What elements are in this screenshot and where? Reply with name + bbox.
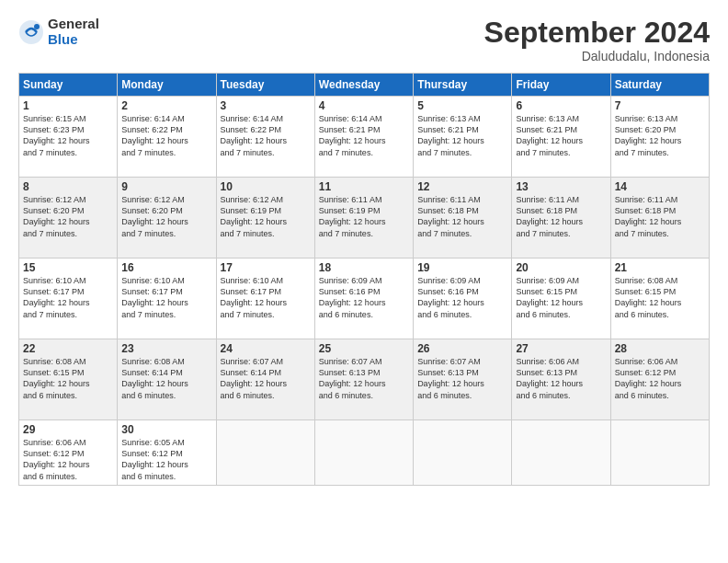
logo-text: General Blue [48, 17, 99, 47]
day-number: 25 [319, 342, 409, 355]
calendar-table: Sunday Monday Tuesday Wednesday Thursday… [18, 73, 710, 486]
calendar-week-3: 15Sunrise: 6:10 AM Sunset: 6:17 PM Dayli… [19, 259, 710, 339]
table-row: 12Sunrise: 6:11 AM Sunset: 6:18 PM Dayli… [414, 178, 512, 259]
col-sunday: Sunday [19, 74, 118, 97]
table-row: 11Sunrise: 6:11 AM Sunset: 6:19 PM Dayli… [314, 178, 413, 259]
col-friday: Friday [512, 74, 610, 97]
day-info: Sunrise: 6:12 AM Sunset: 6:20 PM Dayligh… [121, 194, 211, 239]
day-number: 13 [516, 180, 606, 193]
table-row: 1Sunrise: 6:15 AM Sunset: 6:23 PM Daylig… [19, 97, 118, 178]
day-info: Sunrise: 6:07 AM Sunset: 6:14 PM Dayligh… [221, 356, 311, 401]
day-number: 9 [121, 180, 211, 193]
table-row: 9Sunrise: 6:12 AM Sunset: 6:20 PM Daylig… [118, 178, 216, 259]
svg-point-0 [19, 20, 43, 44]
day-number: 4 [319, 99, 409, 112]
day-info: Sunrise: 6:08 AM Sunset: 6:15 PM Dayligh… [615, 275, 705, 320]
table-row: 10Sunrise: 6:12 AM Sunset: 6:19 PM Dayli… [216, 178, 314, 259]
day-info: Sunrise: 6:06 AM Sunset: 6:13 PM Dayligh… [516, 356, 606, 401]
day-number: 27 [516, 342, 606, 355]
table-row [414, 420, 512, 486]
day-info: Sunrise: 6:11 AM Sunset: 6:18 PM Dayligh… [516, 194, 606, 239]
day-number: 6 [516, 99, 606, 112]
table-row: 18Sunrise: 6:09 AM Sunset: 6:16 PM Dayli… [314, 259, 413, 339]
table-row [610, 420, 709, 486]
table-row: 19Sunrise: 6:09 AM Sunset: 6:16 PM Dayli… [414, 259, 512, 339]
day-info: Sunrise: 6:10 AM Sunset: 6:17 PM Dayligh… [121, 275, 211, 320]
table-row: 3Sunrise: 6:14 AM Sunset: 6:22 PM Daylig… [216, 97, 314, 178]
table-row: 4Sunrise: 6:14 AM Sunset: 6:21 PM Daylig… [314, 97, 413, 178]
table-row: 8Sunrise: 6:12 AM Sunset: 6:20 PM Daylig… [19, 178, 118, 259]
table-row [512, 420, 610, 486]
table-row: 27Sunrise: 6:06 AM Sunset: 6:13 PM Dayli… [512, 339, 610, 420]
day-number: 22 [23, 342, 113, 355]
title-area: September 2024 Dalududalu, Indonesia [484, 17, 710, 63]
calendar-week-4: 22Sunrise: 6:08 AM Sunset: 6:15 PM Dayli… [19, 339, 710, 420]
day-number: 12 [417, 180, 507, 193]
table-row: 15Sunrise: 6:10 AM Sunset: 6:17 PM Dayli… [19, 259, 118, 339]
day-info: Sunrise: 6:08 AM Sunset: 6:15 PM Dayligh… [23, 356, 113, 401]
day-info: Sunrise: 6:14 AM Sunset: 6:21 PM Dayligh… [319, 113, 409, 158]
day-info: Sunrise: 6:12 AM Sunset: 6:20 PM Dayligh… [23, 194, 113, 239]
page-header: General Blue September 2024 Dalududalu, … [18, 17, 710, 63]
day-number: 18 [319, 261, 409, 274]
col-monday: Monday [118, 74, 216, 97]
day-info: Sunrise: 6:11 AM Sunset: 6:19 PM Dayligh… [319, 194, 409, 239]
day-number: 7 [615, 99, 705, 112]
day-number: 23 [121, 342, 211, 355]
logo: General Blue [18, 17, 99, 47]
col-thursday: Thursday [414, 74, 512, 97]
day-info: Sunrise: 6:09 AM Sunset: 6:15 PM Dayligh… [516, 275, 606, 320]
day-number: 8 [23, 180, 113, 193]
calendar-week-1: 1Sunrise: 6:15 AM Sunset: 6:23 PM Daylig… [19, 97, 710, 178]
table-row: 14Sunrise: 6:11 AM Sunset: 6:18 PM Dayli… [610, 178, 709, 259]
day-info: Sunrise: 6:11 AM Sunset: 6:18 PM Dayligh… [417, 194, 507, 239]
logo-general: General [48, 17, 99, 32]
table-row: 24Sunrise: 6:07 AM Sunset: 6:14 PM Dayli… [216, 339, 314, 420]
day-info: Sunrise: 6:14 AM Sunset: 6:22 PM Dayligh… [121, 113, 211, 158]
day-info: Sunrise: 6:08 AM Sunset: 6:14 PM Dayligh… [121, 356, 211, 401]
table-row: 16Sunrise: 6:10 AM Sunset: 6:17 PM Dayli… [118, 259, 216, 339]
svg-point-1 [34, 24, 40, 29]
day-number: 5 [417, 99, 507, 112]
day-info: Sunrise: 6:14 AM Sunset: 6:22 PM Dayligh… [221, 113, 311, 158]
day-info: Sunrise: 6:15 AM Sunset: 6:23 PM Dayligh… [23, 113, 113, 158]
day-number: 2 [121, 99, 211, 112]
day-info: Sunrise: 6:09 AM Sunset: 6:16 PM Dayligh… [319, 275, 409, 320]
day-info: Sunrise: 6:07 AM Sunset: 6:13 PM Dayligh… [319, 356, 409, 401]
day-info: Sunrise: 6:13 AM Sunset: 6:20 PM Dayligh… [615, 113, 705, 158]
day-info: Sunrise: 6:10 AM Sunset: 6:17 PM Dayligh… [23, 275, 113, 320]
day-number: 16 [121, 261, 211, 274]
day-number: 15 [23, 261, 113, 274]
day-info: Sunrise: 6:12 AM Sunset: 6:19 PM Dayligh… [221, 194, 311, 239]
day-info: Sunrise: 6:11 AM Sunset: 6:18 PM Dayligh… [615, 194, 705, 239]
table-row: 7Sunrise: 6:13 AM Sunset: 6:20 PM Daylig… [610, 97, 709, 178]
logo-blue: Blue [48, 32, 99, 48]
day-number: 26 [417, 342, 507, 355]
day-number: 14 [615, 180, 705, 193]
day-info: Sunrise: 6:06 AM Sunset: 6:12 PM Dayligh… [23, 437, 113, 482]
table-row: 6Sunrise: 6:13 AM Sunset: 6:21 PM Daylig… [512, 97, 610, 178]
table-row [216, 420, 314, 486]
day-info: Sunrise: 6:06 AM Sunset: 6:12 PM Dayligh… [615, 356, 705, 401]
day-number: 17 [221, 261, 311, 274]
calendar-week-5: 29Sunrise: 6:06 AM Sunset: 6:12 PM Dayli… [19, 420, 710, 486]
day-number: 30 [121, 423, 211, 436]
table-row: 29Sunrise: 6:06 AM Sunset: 6:12 PM Dayli… [19, 420, 118, 486]
day-number: 19 [417, 261, 507, 274]
table-row: 5Sunrise: 6:13 AM Sunset: 6:21 PM Daylig… [414, 97, 512, 178]
day-info: Sunrise: 6:05 AM Sunset: 6:12 PM Dayligh… [121, 437, 211, 482]
day-info: Sunrise: 6:10 AM Sunset: 6:17 PM Dayligh… [221, 275, 311, 320]
table-row: 30Sunrise: 6:05 AM Sunset: 6:12 PM Dayli… [118, 420, 216, 486]
day-info: Sunrise: 6:09 AM Sunset: 6:16 PM Dayligh… [417, 275, 507, 320]
table-row: 2Sunrise: 6:14 AM Sunset: 6:22 PM Daylig… [118, 97, 216, 178]
col-saturday: Saturday [610, 74, 709, 97]
day-number: 20 [516, 261, 606, 274]
table-row: 13Sunrise: 6:11 AM Sunset: 6:18 PM Dayli… [512, 178, 610, 259]
header-row: Sunday Monday Tuesday Wednesday Thursday… [19, 74, 710, 97]
day-number: 1 [23, 99, 113, 112]
table-row: 21Sunrise: 6:08 AM Sunset: 6:15 PM Dayli… [610, 259, 709, 339]
calendar-week-2: 8Sunrise: 6:12 AM Sunset: 6:20 PM Daylig… [19, 178, 710, 259]
day-info: Sunrise: 6:13 AM Sunset: 6:21 PM Dayligh… [516, 113, 606, 158]
day-number: 24 [221, 342, 311, 355]
location: Dalududalu, Indonesia [484, 49, 710, 63]
